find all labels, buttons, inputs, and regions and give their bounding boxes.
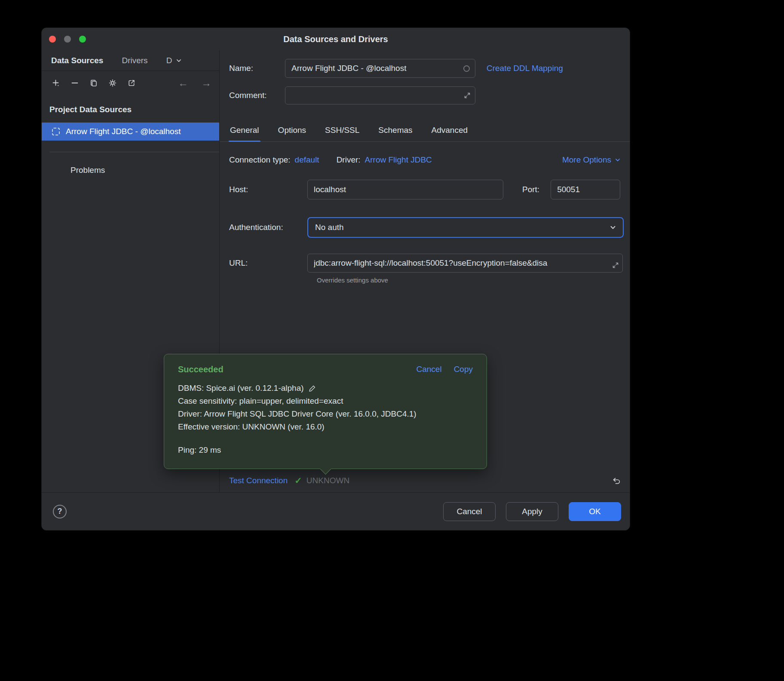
url-input[interactable] — [307, 254, 623, 273]
expand-url-icon[interactable] — [612, 261, 619, 269]
datasource-label: Arrow Flight JDBC - @localhost — [66, 127, 181, 136]
host-label: Host: — [229, 185, 307, 194]
comment-input[interactable] — [285, 86, 475, 104]
popup-header: Succeeded Cancel Copy — [178, 364, 473, 375]
tab-general[interactable]: General — [230, 119, 259, 141]
url-field — [307, 254, 623, 273]
tab-drivers[interactable]: Drivers — [122, 50, 147, 71]
data-sources-dialog: Data Sources and Drivers Data Sources Dr… — [41, 28, 630, 531]
popup-copy-link[interactable]: Copy — [454, 365, 473, 374]
tab-data-sources[interactable]: Data Sources — [51, 50, 103, 71]
tab-overflow-label: D — [166, 56, 172, 65]
datasource-icon — [52, 128, 60, 135]
name-row: Name: Create DDL Mapping — [220, 59, 630, 78]
more-options-link[interactable]: More Options — [562, 155, 621, 165]
driver-label: Driver: — [337, 155, 361, 165]
export-icon[interactable] — [124, 76, 139, 90]
host-field — [307, 180, 503, 199]
sidebar-tabs: Data Sources Drivers D — [42, 50, 219, 71]
authentication-dropdown[interactable]: No auth — [307, 217, 624, 238]
desktop-background: Data Sources and Drivers Data Sources Dr… — [0, 0, 784, 681]
test-connection-row: Test Connection ✓ UNKNOWN — [220, 469, 630, 492]
name-input[interactable] — [285, 59, 475, 78]
popup-driver-line: Driver: Arrow Flight SQL JDBC Driver Cor… — [178, 408, 473, 420]
success-check-icon: ✓ — [294, 475, 302, 486]
sidebar-item-datasource[interactable]: Arrow Flight JDBC - @localhost — [42, 123, 219, 141]
authentication-row: Authentication: No auth — [220, 217, 630, 238]
comment-field — [285, 86, 475, 104]
popup-dbms-text: DBMS: Spice.ai (ver. 0.12.1-alpha) — [178, 382, 304, 395]
authentication-label: Authentication: — [229, 223, 307, 232]
comment-row: Comment: — [220, 86, 630, 104]
comment-label: Comment: — [229, 91, 285, 100]
dialog-title: Data Sources and Drivers — [42, 28, 630, 50]
url-note: Overrides settings above — [307, 276, 630, 284]
connection-type-value[interactable]: default — [295, 155, 319, 165]
duplicate-icon[interactable] — [86, 76, 101, 90]
tab-advanced[interactable]: Advanced — [432, 119, 468, 141]
more-options-label: More Options — [562, 155, 611, 165]
name-field — [285, 59, 475, 78]
settings-tabs: General Options SSH/SSL Schemas Advanced — [220, 119, 630, 142]
settings-gear-icon[interactable] — [105, 76, 120, 90]
chevron-down-icon — [609, 224, 617, 231]
footer-buttons: Cancel Apply OK — [443, 502, 621, 521]
apply-button[interactable]: Apply — [506, 502, 558, 521]
forward-icon[interactable]: → — [201, 78, 211, 88]
port-field — [551, 180, 620, 199]
name-refresh-icon[interactable] — [463, 65, 470, 72]
titlebar: Data Sources and Drivers — [42, 28, 630, 50]
popup-case-line: Case sensitivity: plain=upper, delimited… — [178, 395, 473, 408]
ok-button[interactable]: OK — [569, 502, 621, 521]
popup-ping-line: Ping: 29 ms — [178, 444, 473, 457]
revert-icon[interactable] — [612, 476, 621, 485]
popup-cancel-link[interactable]: Cancel — [416, 365, 441, 374]
popup-dbms-line: DBMS: Spice.ai (ver. 0.12.1-alpha) — [178, 382, 473, 395]
remove-datasource-icon[interactable] — [67, 76, 82, 90]
port-input[interactable] — [551, 180, 620, 199]
sidebar-toolbar: ← → — [42, 71, 219, 95]
edit-pencil-icon[interactable] — [308, 384, 316, 393]
tab-schemas[interactable]: Schemas — [378, 119, 412, 141]
port-label: Port: — [522, 185, 539, 194]
back-icon[interactable]: ← — [178, 78, 188, 88]
chevron-down-icon — [175, 57, 182, 64]
tab-options[interactable]: Options — [278, 119, 306, 141]
add-datasource-icon[interactable] — [49, 76, 63, 90]
chevron-down-icon — [614, 156, 621, 163]
connection-type-label: Connection type: — [229, 155, 291, 165]
authentication-value: No auth — [315, 223, 344, 232]
expand-comment-icon[interactable] — [463, 92, 471, 99]
url-row: URL: — [220, 254, 630, 273]
tab-overflow[interactable]: D — [166, 50, 183, 71]
create-ddl-mapping-link[interactable]: Create DDL Mapping — [487, 64, 563, 73]
connection-type-row: Connection type: default Driver: Arrow F… — [220, 155, 630, 165]
sidebar-item-problems[interactable]: Problems — [42, 163, 219, 178]
test-connection-popup: Succeeded Cancel Copy DBMS: Spice.ai (ve… — [164, 354, 487, 469]
help-button[interactable]: ? — [53, 505, 67, 518]
name-label: Name: — [229, 64, 285, 73]
project-data-sources-header: Project Data Sources — [42, 101, 219, 118]
sidebar-divider — [49, 152, 219, 152]
cancel-button[interactable]: Cancel — [443, 502, 496, 521]
host-row: Host: Port: — [220, 180, 630, 199]
tab-ssh-ssl[interactable]: SSH/SSL — [325, 119, 359, 141]
host-input[interactable] — [307, 180, 503, 199]
url-label: URL: — [229, 258, 307, 268]
driver-value-link[interactable]: Arrow Flight JDBC — [365, 155, 432, 165]
test-connection-link[interactable]: Test Connection — [229, 476, 288, 485]
popup-version-line: Effective version: UNKNOWN (ver. 16.0) — [178, 420, 473, 433]
popup-status: Succeeded — [178, 365, 224, 374]
test-status-text: UNKNOWN — [306, 476, 349, 485]
dialog-footer: ? Cancel Apply OK — [42, 492, 630, 530]
